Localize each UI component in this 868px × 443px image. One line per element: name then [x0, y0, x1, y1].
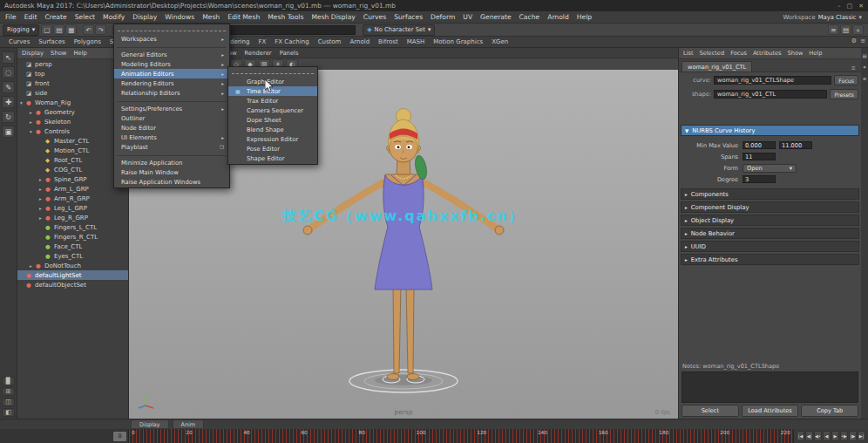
- outliner-row[interactable]: ◪ front: [17, 78, 128, 88]
- tool-settings-toggle-icon[interactable]: ✦: [863, 65, 867, 70]
- go-to-start-button[interactable]: |◀: [797, 431, 804, 441]
- collapse-toolbar-icon[interactable]: «: [852, 24, 864, 35]
- outliner-row[interactable]: ◆ Root_CTL: [17, 155, 128, 165]
- shelf-tab[interactable]: Arnold: [349, 38, 370, 45]
- minimize-button[interactable]: –: [837, 3, 841, 10]
- outliner-row[interactable]: ▸ ● Arm_R_GRP: [17, 194, 128, 203]
- outliner-row[interactable]: ▸ ● Spine_GRP: [17, 174, 128, 184]
- menu-bar-item[interactable]: Windows: [165, 13, 194, 21]
- outliner-menu-item[interactable]: Show: [51, 50, 66, 57]
- outliner-row[interactable]: ◆ COG_CTL: [17, 165, 128, 174]
- attribute-editor-menu-item[interactable]: Show: [788, 50, 804, 57]
- windows-menu-item[interactable]: Rendering Editors ▸: [114, 78, 229, 88]
- section-header[interactable]: ▸ Components: [681, 188, 859, 200]
- spans-input[interactable]: 11: [743, 153, 776, 160]
- outliner-row[interactable]: ▸ ● DoNotTouch: [17, 261, 128, 270]
- shelf-tab[interactable]: Custom: [318, 38, 342, 45]
- shelf-gear-icon[interactable]: ⚙: [851, 37, 857, 44]
- outliner-row[interactable]: ● Fingers_L_CTL: [17, 222, 128, 232]
- section-header[interactable]: ▸ UUID: [681, 241, 859, 252]
- windows-menu-item[interactable]: [117, 44, 227, 48]
- single-pane-layout-icon[interactable]: ▉: [2, 377, 15, 385]
- submenu-item[interactable]: [232, 69, 314, 74]
- outliner-menu-item[interactable]: Display: [22, 50, 44, 57]
- section-header-nurbs-curve-history[interactable]: ▼ NURBS Curve History: [681, 125, 859, 136]
- expand-arrow-icon[interactable]: ▸: [39, 187, 45, 192]
- shelf-tab[interactable]: MASH: [407, 38, 425, 45]
- step-forward-key-button[interactable]: •▶: [840, 431, 848, 441]
- outliner-menu-item[interactable]: Help: [73, 50, 87, 57]
- outliner-row[interactable]: ● defaultLightSet: [17, 270, 128, 280]
- menu-bar-item[interactable]: Surfaces: [394, 13, 423, 21]
- outliner-row[interactable]: ▸ ● Leg_L_GRP: [17, 203, 128, 213]
- windows-menu-item[interactable]: Playblast ❒: [114, 142, 229, 152]
- menu-set-dropdown[interactable]: Rigging ▾: [3, 24, 39, 36]
- layer-editor-tab[interactable]: Display: [131, 419, 169, 429]
- windows-menu-item[interactable]: [118, 26, 226, 31]
- select-button[interactable]: Select: [682, 405, 739, 417]
- outliner-row[interactable]: ◆ Master_CTL: [17, 136, 128, 146]
- rotate-tool-icon[interactable]: ↻: [2, 111, 15, 123]
- outliner-row[interactable]: ◆ Motion_CTL: [17, 146, 128, 155]
- menu-bar-item[interactable]: Create: [44, 13, 66, 21]
- outliner-row[interactable]: ◪ side: [17, 88, 128, 98]
- shelf-tab[interactable]: FX Caching: [275, 38, 309, 45]
- menu-bar-item[interactable]: File: [5, 13, 17, 21]
- maximize-button[interactable]: ▢: [847, 3, 853, 10]
- section-header[interactable]: ▸ Component Display: [681, 201, 859, 213]
- menu-bar-item[interactable]: Edit: [24, 13, 37, 21]
- panel-menu-item[interactable]: Renderer: [245, 50, 272, 57]
- submenu-item[interactable]: Graph Editor: [228, 77, 317, 86]
- go-to-end-button[interactable]: ▶|: [858, 431, 865, 441]
- windows-menu-item[interactable]: Raise Application Windows: [114, 177, 229, 187]
- menu-bar-item[interactable]: Cache: [519, 13, 540, 21]
- menu-bar-item[interactable]: Mesh Display: [311, 13, 355, 21]
- attribute-editor-menu-item[interactable]: Attributes: [753, 50, 782, 57]
- scale-tool-icon[interactable]: ▣: [2, 126, 15, 138]
- menu-bar-item[interactable]: Mesh: [202, 13, 220, 21]
- degree-input[interactable]: 3: [743, 175, 776, 183]
- two-pane-layout-icon[interactable]: ◫: [2, 398, 15, 406]
- min-value-input[interactable]: 0.000: [743, 141, 776, 149]
- tab-overflow-icon[interactable]: ≡: [849, 65, 858, 72]
- submenu-item[interactable]: Trax Editor: [228, 96, 317, 106]
- open-scene-icon[interactable]: ▤: [53, 24, 64, 35]
- section-header[interactable]: ▸ Extra Attributes: [681, 254, 859, 265]
- windows-menu-item[interactable]: Raise Main Window: [114, 167, 229, 177]
- outliner-row[interactable]: ● defaultObjectSet: [17, 280, 128, 290]
- expand-arrow-icon[interactable]: ▸: [39, 196, 45, 201]
- shelf-tab[interactable]: FX: [258, 38, 266, 45]
- expand-arrow-icon[interactable]: ▸: [30, 110, 36, 115]
- load-attributes-button[interactable]: Load Attributes: [742, 405, 799, 417]
- shelf-tab[interactable]: Bifrost: [378, 38, 398, 45]
- attribute-editor-menu-item[interactable]: List: [683, 50, 694, 57]
- close-button[interactable]: ✕: [858, 3, 864, 10]
- lasso-tool-icon[interactable]: ◌: [2, 66, 15, 78]
- step-forward-frame-button[interactable]: |▶: [849, 431, 857, 441]
- windows-menu-item[interactable]: UI Elements ▸: [114, 133, 229, 142]
- attribute-editor-menu-item[interactable]: Help: [809, 50, 822, 57]
- step-back-key-button[interactable]: ◀•: [814, 431, 822, 441]
- shelf-tab[interactable]: Surfaces: [38, 38, 64, 45]
- current-frame-field[interactable]: 0: [113, 432, 126, 441]
- form-dropdown[interactable]: Open ▾: [743, 164, 797, 173]
- play-backwards-button[interactable]: ◀: [823, 431, 831, 441]
- workspace-selector[interactable]: Workspace Maya Classic ▾: [781, 12, 865, 23]
- menu-bar-item[interactable]: Edit Mesh: [227, 13, 260, 21]
- node-name-field[interactable]: woman_rig_v01_CTLShape: [714, 76, 831, 85]
- time-slider[interactable]: 020406080100120140160180200220: [129, 429, 793, 443]
- windows-menu-item[interactable]: Relationship Editors ▸: [114, 88, 229, 98]
- shelf-list-icon[interactable]: ≡: [860, 37, 865, 44]
- submenu-item[interactable]: Shape Editor: [228, 153, 317, 163]
- expand-arrow-icon[interactable]: ▸: [30, 263, 36, 269]
- submenu-item[interactable]: Expression Editor: [228, 134, 317, 144]
- outliner-persp-layout-icon[interactable]: ◧: [2, 408, 15, 417]
- shelf-tab[interactable]: XGen: [492, 38, 508, 45]
- attribute-editor-tab[interactable]: woman_rig_v01_CTL: [682, 61, 752, 72]
- focus-button[interactable]: Focus: [834, 75, 858, 85]
- menu-bar-item[interactable]: Modify: [103, 13, 125, 21]
- expand-arrow-icon[interactable]: ▸: [39, 206, 45, 211]
- presets-button[interactable]: Presets: [830, 89, 858, 99]
- expand-arrow-icon[interactable]: ▸: [30, 119, 36, 125]
- windows-menu-item[interactable]: Animation Editors ▸: [114, 69, 229, 78]
